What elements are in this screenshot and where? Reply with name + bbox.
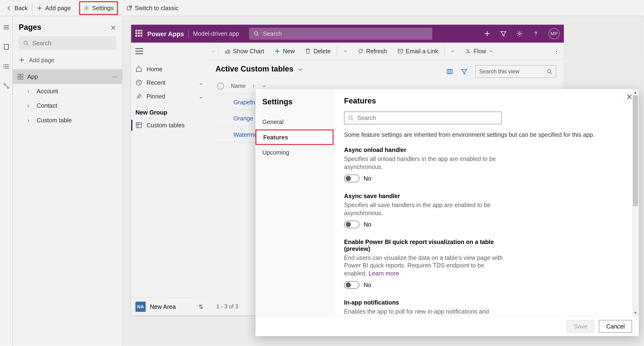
svg-rect-11 xyxy=(18,77,20,79)
plus-icon[interactable] xyxy=(484,30,491,37)
flow-icon xyxy=(465,48,471,54)
show-chart-button[interactable]: Show Chart xyxy=(220,42,268,59)
view-title-label: Active Custom tables xyxy=(216,65,294,74)
close-icon[interactable] xyxy=(110,24,116,30)
clock-icon xyxy=(135,79,142,86)
command-bar: ← Show Chart New Delete xyxy=(208,42,564,60)
chevron-right-icon: › xyxy=(27,88,33,95)
flow-button[interactable]: Flow xyxy=(461,42,497,59)
feature-title: Async save handler xyxy=(344,192,506,199)
chevron-down-icon xyxy=(343,49,347,53)
pages-panel: Pages Add page App ⋯ › Account › Contact xyxy=(13,16,122,346)
delete-button[interactable]: Delete xyxy=(301,42,335,59)
svg-point-13 xyxy=(254,32,258,35)
row-link[interactable]: Waterme xyxy=(233,131,257,138)
settings-button[interactable]: Settings xyxy=(75,0,122,16)
toggle-async-save[interactable] xyxy=(344,220,360,228)
edit-columns-icon[interactable] xyxy=(446,68,453,75)
search-icon xyxy=(348,115,354,121)
filter-icon[interactable] xyxy=(500,30,507,37)
filter-icon[interactable] xyxy=(461,68,468,75)
toggle-async-onload[interactable] xyxy=(344,175,360,182)
nav-hamburger-area xyxy=(131,42,208,60)
more-icon[interactable]: ⋯ xyxy=(112,73,118,80)
hamburger-icon[interactable] xyxy=(135,48,143,54)
area-switcher[interactable]: NA New Area ⇅ xyxy=(131,297,208,315)
feature-desc: End users can visualize the data on a ta… xyxy=(344,254,502,277)
dialog-scrollbar[interactable]: ▴ ▾ xyxy=(632,89,639,316)
new-button[interactable]: New xyxy=(270,42,299,59)
scroll-down-icon[interactable]: ▾ xyxy=(634,310,636,315)
gear-icon xyxy=(84,5,90,11)
pages-search[interactable] xyxy=(19,36,116,50)
list-icon[interactable] xyxy=(3,63,10,70)
chevron-down-icon xyxy=(298,67,303,72)
header-search-input[interactable] xyxy=(263,30,428,37)
pages-add-page[interactable]: Add page xyxy=(19,54,116,66)
features-search-input[interactable] xyxy=(357,114,498,122)
help-icon[interactable] xyxy=(532,30,539,37)
svg-point-4 xyxy=(3,66,4,67)
switch-classic-button[interactable]: Switch to classic xyxy=(122,0,183,16)
cancel-button[interactable]: Cancel xyxy=(599,320,632,332)
view-selector[interactable]: Active Custom tables xyxy=(216,65,303,74)
learn-more-link[interactable]: Learn more xyxy=(368,270,399,277)
back-button[interactable]: Back xyxy=(2,0,32,16)
settings-tab-features[interactable]: Features xyxy=(256,130,333,145)
email-link-button[interactable]: Email a Link xyxy=(393,42,442,59)
refresh-button[interactable]: Refresh xyxy=(353,42,391,59)
delete-split[interactable] xyxy=(339,42,352,59)
feature-powerbi: Enable Power BI quick report visualizati… xyxy=(344,238,506,289)
pages-search-input[interactable] xyxy=(32,40,112,46)
features-search[interactable] xyxy=(344,112,502,124)
settings-tab-general[interactable]: General xyxy=(256,114,333,130)
page-icon[interactable] xyxy=(3,44,10,50)
settings-nav: Settings General Features Upcoming xyxy=(256,89,334,316)
chevron-right-icon: › xyxy=(27,117,33,124)
tree-contact[interactable]: › Contact xyxy=(13,98,122,113)
automation-icon[interactable] xyxy=(3,82,10,90)
nav-recent[interactable]: Recent ⌄ xyxy=(131,76,208,90)
feature-desc: Enables the app to poll for new in-app n… xyxy=(344,308,504,316)
nav-pinned-label: Pinned xyxy=(146,93,165,100)
view-search[interactable]: Search this view xyxy=(475,65,556,78)
select-all-radio[interactable] xyxy=(217,82,224,89)
add-page-button[interactable]: Add page xyxy=(32,0,75,16)
row-link[interactable]: Orange xyxy=(233,115,253,122)
svg-point-8 xyxy=(24,41,27,44)
hamburger-icon[interactable] xyxy=(3,24,10,31)
add-page-label: Add page xyxy=(45,4,71,11)
overflow-button[interactable]: ⋮ xyxy=(549,42,564,59)
save-button[interactable]: Save xyxy=(567,320,595,332)
nav-custom-tables[interactable]: Custom tables xyxy=(131,118,208,132)
back-icon[interactable]: ← xyxy=(210,48,216,54)
toggle-powerbi[interactable] xyxy=(344,281,360,289)
plus-icon xyxy=(274,48,280,54)
settings-tab-upcoming[interactable]: Upcoming xyxy=(256,145,333,160)
plus-icon xyxy=(37,5,42,11)
avatar[interactable]: MP xyxy=(548,28,560,39)
tree-app[interactable]: App ⋯ xyxy=(13,69,122,84)
gear-icon[interactable] xyxy=(516,30,523,37)
row-link[interactable]: Grapefru xyxy=(233,99,257,106)
feature-title: In-app notifications xyxy=(344,299,506,306)
nav-home[interactable]: Home xyxy=(131,62,208,76)
new-label: New xyxy=(283,48,294,54)
col-name[interactable]: Name xyxy=(231,82,246,89)
scroll-thumb[interactable] xyxy=(633,95,638,206)
svg-rect-9 xyxy=(18,74,20,76)
scroll-up-icon[interactable]: ▴ xyxy=(634,90,636,95)
svg-rect-18 xyxy=(398,49,402,53)
toggle-state: No xyxy=(364,175,371,182)
header-search[interactable] xyxy=(249,28,432,40)
app-name-label: Model-driven app xyxy=(193,30,239,37)
nav-pinned[interactable]: Pinned ⌄ xyxy=(131,90,208,103)
tree-custom-table[interactable]: › Custom table xyxy=(13,113,122,127)
pages-add-label: Add page xyxy=(29,56,54,64)
email-split[interactable] xyxy=(446,42,459,59)
tree-account[interactable]: › Account xyxy=(13,84,122,98)
flow-label: Flow xyxy=(474,48,486,54)
dialog-close-button[interactable] xyxy=(626,93,633,102)
chevron-down-icon[interactable] xyxy=(262,84,266,88)
waffle-icon[interactable] xyxy=(135,30,143,38)
